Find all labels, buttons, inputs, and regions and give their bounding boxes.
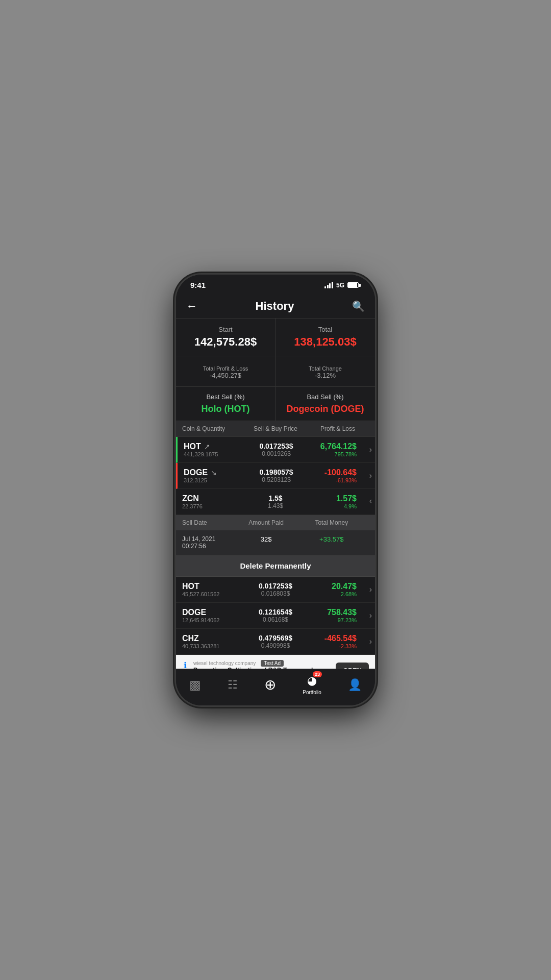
profit-loss-value: -4,450.27$ bbox=[184, 372, 267, 379]
chevron-hot2[interactable]: › bbox=[369, 585, 372, 594]
status-time: 9:41 bbox=[190, 281, 206, 289]
total-label: Total bbox=[284, 326, 367, 333]
buy-price-zcn: 1.43$ bbox=[244, 502, 307, 509]
trade-row-chz[interactable]: CHZ 40,733.363281 0.479569$ 0.490998$ -4… bbox=[176, 629, 375, 655]
sell-price-doge2: 0.121654$ bbox=[244, 608, 307, 616]
exp-amount-header: Amount Paid bbox=[238, 519, 294, 526]
total-stat: Total 138,125.03$ bbox=[276, 318, 375, 356]
exp-amount-paid: 32$ bbox=[238, 535, 294, 550]
trade-row-hot[interactable]: HOT ↗ 441,329.1875 0.017253$ 0.001926$ 6… bbox=[176, 437, 375, 463]
coin-qty-zcn: 22.3776 bbox=[182, 503, 244, 509]
trend-up-icon-hot: ↗ bbox=[204, 443, 210, 451]
coin-name-chz: CHZ bbox=[182, 634, 199, 643]
start-stat: Start 142,575.28$ bbox=[176, 318, 276, 356]
ad-company: wiesel technology company bbox=[193, 660, 256, 666]
sell-price-hot: 0.017253$ bbox=[245, 442, 307, 450]
nav-item-profile[interactable]: 👤 bbox=[348, 678, 362, 692]
header: ← History 🔍 bbox=[176, 292, 375, 318]
total-change-value: -3.12% bbox=[284, 372, 367, 379]
chart-bar-icon: ▩ bbox=[189, 678, 201, 692]
bad-sell-cell: Bad Sell (%) Dogecoin (DOGE) bbox=[276, 387, 375, 421]
profit-pct-doge2: 97.23% bbox=[307, 617, 357, 623]
profit-pct-zcn: 4.9% bbox=[307, 503, 357, 509]
buy-price-hot2: 0.016803$ bbox=[244, 590, 307, 597]
nav-item-add[interactable]: ⊕ bbox=[264, 676, 276, 693]
sell-price-chz: 0.479569$ bbox=[244, 634, 307, 642]
profit-pct-hot: 795.78% bbox=[307, 451, 357, 457]
sell-price-zcn: 1.5$ bbox=[244, 494, 307, 502]
buy-price-doge: 0.520312$ bbox=[245, 476, 307, 483]
nav-item-portfolio[interactable]: ◕ 23 Portfolio bbox=[303, 674, 321, 695]
price-col-chz: 0.479569$ 0.490998$ bbox=[244, 634, 307, 649]
col-coin-qty: Coin & Quantity bbox=[182, 425, 244, 432]
nav-item-chart[interactable]: ▩ bbox=[189, 678, 201, 692]
profit-value-doge: -100.64$ bbox=[307, 468, 357, 477]
col-profit-loss: Profit & Loss bbox=[307, 425, 369, 432]
price-col-doge2: 0.121654$ 0.06168$ bbox=[244, 608, 307, 623]
trade-row-doge[interactable]: DOGE ↘ 312.3125 0.198057$ 0.520312$ -100… bbox=[176, 463, 375, 489]
coin-info-hot2: HOT 45,527.601562 bbox=[182, 582, 244, 597]
profile-icon: 👤 bbox=[348, 678, 362, 692]
trade-row-hot2[interactable]: HOT 45,527.601562 0.017253$ 0.016803$ 20… bbox=[176, 577, 375, 603]
profit-col-hot: 6,764.12$ 795.78% bbox=[307, 442, 369, 457]
expanded-header: Sell Date Amount Paid Total Money bbox=[176, 515, 375, 530]
coin-info-hot: HOT ↗ 441,329.1875 bbox=[184, 442, 245, 457]
back-button[interactable]: ← bbox=[186, 300, 197, 313]
price-col-doge: 0.198057$ 0.520312$ bbox=[245, 468, 307, 483]
chevron-doge2[interactable]: › bbox=[369, 611, 372, 620]
ad-test-badge: Test Ad bbox=[261, 660, 284, 667]
signal-icon bbox=[324, 282, 333, 288]
profit-value-doge2: 758.43$ bbox=[307, 608, 357, 617]
profit-value-hot2: 20.47$ bbox=[307, 582, 357, 591]
chevron-chz[interactable]: › bbox=[369, 637, 372, 646]
stats-grid: Start 142,575.28$ Total 138,125.03$ Tota… bbox=[176, 318, 375, 387]
bottom-nav: ▩ ☷ ⊕ ◕ 23 Portfolio 👤 bbox=[176, 669, 375, 705]
chevron-doge[interactable]: › bbox=[369, 471, 372, 480]
ad-text-block: wiesel technology company Test Ad Promot… bbox=[193, 660, 331, 669]
network-type: 5G bbox=[336, 282, 344, 289]
profit-pct-hot2: 2.68% bbox=[307, 591, 357, 597]
coin-info-chz: CHZ 40,733.363281 bbox=[182, 634, 244, 649]
bad-sell-label: Bad Sell (%) bbox=[284, 393, 367, 401]
best-sell-cell: Best Sell (%) Holo (HOT) bbox=[176, 387, 276, 421]
total-change-label: Total Change bbox=[284, 365, 367, 372]
total-change-stat: Total Change -3.12% bbox=[276, 356, 375, 387]
table-header: Coin & Quantity Sell & Buy Price Profit … bbox=[176, 421, 375, 437]
add-icon: ⊕ bbox=[264, 676, 276, 693]
coin-qty-chz: 40,733.363281 bbox=[182, 643, 244, 649]
price-col-hot2: 0.017253$ 0.016803$ bbox=[244, 582, 307, 597]
exp-sell-date: Jul 14, 2021 00:27:56 bbox=[182, 535, 238, 550]
col-sell-buy: Sell & Buy Price bbox=[244, 425, 307, 432]
nav-item-list[interactable]: ☷ bbox=[228, 678, 238, 692]
coin-info-doge2: DOGE 12,645.914062 bbox=[182, 608, 244, 623]
delete-permanently-button[interactable]: Delete Permanently bbox=[176, 555, 375, 577]
portfolio-badge: 23 bbox=[313, 671, 322, 677]
profit-col-doge2: 758.43$ 97.23% bbox=[307, 608, 369, 623]
best-sell-label: Best Sell (%) bbox=[184, 393, 267, 401]
trade-row-zcn[interactable]: ZCN 22.3776 1.5$ 1.43$ 1.57$ 4.9% › bbox=[176, 489, 375, 515]
buy-price-hot: 0.001926$ bbox=[245, 450, 307, 457]
total-value: 138,125.03$ bbox=[284, 335, 367, 349]
chevron-hot[interactable]: › bbox=[369, 445, 372, 454]
ad-open-button[interactable]: OPEN bbox=[336, 663, 369, 669]
coin-name-zcn: ZCN bbox=[182, 494, 199, 503]
price-col-hot: 0.017253$ 0.001926$ bbox=[245, 442, 307, 457]
exp-total-money: +33.57$ bbox=[294, 535, 369, 550]
profit-loss-label: Total Profit & Loss bbox=[184, 365, 267, 372]
profit-value-zcn: 1.57$ bbox=[307, 494, 357, 503]
start-label: Start bbox=[184, 326, 267, 333]
search-button[interactable]: 🔍 bbox=[352, 300, 365, 312]
trade-row-doge2[interactable]: DOGE 12,645.914062 0.121654$ 0.06168$ 75… bbox=[176, 603, 375, 629]
profit-value-hot: 6,764.12$ bbox=[307, 442, 357, 451]
chevron-zcn[interactable]: › bbox=[369, 497, 372, 506]
coin-info-doge: DOGE ↘ 312.3125 bbox=[184, 468, 245, 483]
page-title: History bbox=[256, 300, 294, 313]
profit-col-hot2: 20.47$ 2.68% bbox=[307, 582, 369, 597]
nav-label-portfolio: Portfolio bbox=[303, 690, 321, 695]
sell-price-doge: 0.198057$ bbox=[245, 468, 307, 476]
best-bad-grid: Best Sell (%) Holo (HOT) Bad Sell (%) Do… bbox=[176, 387, 375, 421]
coin-qty-hot2: 45,527.601562 bbox=[182, 591, 244, 597]
trend-down-icon-doge: ↘ bbox=[211, 469, 217, 477]
coin-name-doge2: DOGE bbox=[182, 608, 206, 617]
price-col-zcn: 1.5$ 1.43$ bbox=[244, 494, 307, 509]
